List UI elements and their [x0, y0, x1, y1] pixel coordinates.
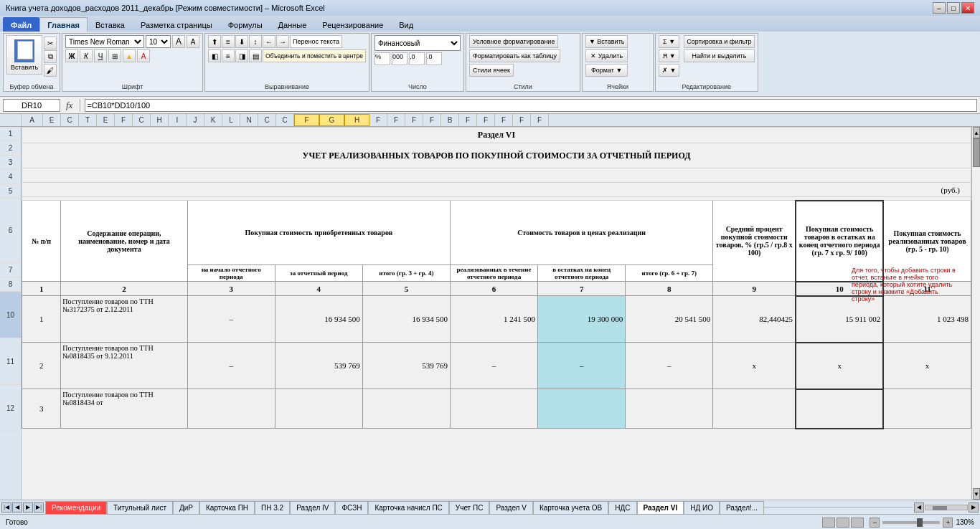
close-btn[interactable]: ✕	[961, 2, 974, 14]
cell-11-col4[interactable]: 539 769	[275, 343, 362, 389]
scroll-thumb[interactable]	[973, 138, 980, 167]
tab-insert[interactable]: Вставка	[88, 17, 133, 32]
tab-home[interactable]: Главная	[39, 17, 88, 32]
col-highlight3[interactable]: H	[344, 114, 369, 126]
cell-10-col8[interactable]: 20 541 500	[626, 296, 713, 343]
decrease-decimal-btn[interactable]: .0	[426, 52, 442, 65]
col-I[interactable]: I	[169, 114, 187, 126]
h-scrollbar[interactable]	[925, 505, 968, 510]
thousands-btn[interactable]: 000	[392, 52, 407, 65]
col-extra3[interactable]: F	[405, 114, 423, 126]
col-K[interactable]: K	[204, 114, 222, 126]
col-extra9[interactable]: F	[513, 114, 531, 126]
tab-view[interactable]: Вид	[391, 17, 421, 32]
col-A[interactable]: A	[22, 114, 43, 126]
col-C2[interactable]: C	[133, 114, 151, 126]
cell-12-col4[interactable]	[275, 389, 362, 429]
decrease-font-btn[interactable]: A	[187, 35, 199, 48]
col-extra6[interactable]: F	[459, 114, 477, 126]
col-C4[interactable]: C	[276, 114, 294, 126]
col-extra8[interactable]: F	[495, 114, 513, 126]
maximize-btn[interactable]: □	[947, 2, 960, 14]
align-middle-btn[interactable]: ≡	[222, 35, 235, 48]
cell-10-col4[interactable]: 16 934 500	[275, 296, 362, 343]
align-right-btn[interactable]: ◨	[235, 49, 248, 62]
col-highlight2[interactable]: G	[319, 114, 344, 126]
cell-11-col11[interactable]: x	[883, 343, 971, 389]
merge-center-button[interactable]: Объединить и поместить в центре	[263, 49, 366, 62]
row-5[interactable]: 5	[0, 184, 21, 199]
tab-last-btn[interactable]: ▶|	[34, 502, 44, 513]
cell-11-col10[interactable]: x	[796, 343, 883, 389]
fill-btn[interactable]: Я ▼	[659, 49, 679, 62]
increase-decimal-btn[interactable]: ,0	[409, 52, 425, 65]
format-painter-button[interactable]: 🖌	[44, 64, 57, 77]
tab-section-more[interactable]: Раздел!...	[720, 501, 764, 514]
zoom-slider[interactable]	[882, 521, 940, 524]
cell-12-col9[interactable]	[713, 389, 796, 429]
row-3[interactable]: 3	[0, 156, 21, 170]
col-extra10[interactable]: F	[531, 114, 549, 126]
clear-btn[interactable]: ✗ ▼	[659, 64, 679, 77]
col-highlight1[interactable]: F	[294, 114, 319, 126]
align-top-btn[interactable]: ⬆	[208, 35, 221, 48]
tab-nds[interactable]: НДС	[608, 501, 636, 514]
cell-12-col7[interactable]	[538, 389, 626, 429]
tab-title-sheet[interactable]: Титульный лист	[107, 501, 173, 514]
zoom-level[interactable]: 130%	[956, 518, 974, 526]
col-J[interactable]: J	[187, 114, 204, 126]
h-scroll-left[interactable]: ◀	[914, 502, 924, 513]
percent-btn[interactable]: %	[374, 52, 390, 65]
page-layout-btn[interactable]	[837, 518, 849, 528]
increase-font-btn[interactable]: A	[172, 35, 185, 48]
indent-btn[interactable]: ←	[263, 35, 275, 48]
col-extra7[interactable]: F	[477, 114, 495, 126]
tab-card-ps[interactable]: Карточка начисл ПС	[368, 501, 448, 514]
tab-nd-io[interactable]: НД ИО	[684, 501, 720, 514]
zoom-out-btn[interactable]: –	[870, 518, 880, 528]
find-select-btn[interactable]: Найти и выделить	[684, 49, 754, 62]
formula-input[interactable]	[85, 99, 977, 112]
tab-pn32[interactable]: ПН 3.2	[255, 501, 290, 514]
row-8[interactable]: 8	[0, 277, 21, 292]
tab-card-ov[interactable]: Карточка учета ОВ	[533, 501, 608, 514]
bold-button[interactable]: Ж	[65, 49, 78, 62]
tab-section6[interactable]: Раздел VI	[637, 501, 684, 514]
autosum-btn[interactable]: Σ ▼	[659, 35, 679, 48]
cell-12-col8[interactable]	[626, 389, 713, 429]
col-extra5[interactable]: B	[441, 114, 459, 126]
underline-button[interactable]: Ч	[94, 49, 107, 62]
format-cells-btn[interactable]: Формат ▼	[585, 64, 628, 77]
cell-11-col9[interactable]: x	[713, 343, 796, 389]
cell-11-col8[interactable]: –	[626, 343, 713, 389]
tab-first-btn[interactable]: |◀	[1, 502, 11, 513]
col-E2[interactable]: E	[97, 114, 115, 126]
vertical-scrollbar[interactable]: ▲ ▼	[971, 127, 980, 500]
cell-11-col6[interactable]: –	[450, 343, 537, 389]
col-extra1[interactable]: F	[369, 114, 387, 126]
col-extra2[interactable]: F	[387, 114, 405, 126]
font-name-select[interactable]: Times New Roman	[65, 35, 144, 48]
outdent-btn[interactable]: →	[276, 35, 289, 48]
tab-fszn[interactable]: ФСЗН	[335, 501, 368, 514]
cell-10-content[interactable]: Поступление товаров по ТТН №3172375 от 2…	[61, 296, 187, 343]
col-C[interactable]: C	[61, 114, 79, 126]
insert-cells-btn[interactable]: ▼ Вставить	[585, 35, 628, 48]
cell-10-col6[interactable]: 1 241 500	[450, 296, 537, 343]
page-break-btn[interactable]	[851, 518, 864, 528]
font-color-button[interactable]: А	[137, 49, 150, 62]
row-1[interactable]: 1	[0, 127, 21, 141]
fill-color-button[interactable]: ▲	[123, 49, 136, 62]
col-F[interactable]: F	[115, 114, 133, 126]
tab-section4[interactable]: Раздел IV	[290, 501, 335, 514]
currency-note[interactable]: (руб.)	[22, 183, 971, 197]
zoom-in-btn[interactable]: +	[943, 518, 953, 528]
tab-prev-btn[interactable]: ◀	[12, 502, 22, 513]
tab-review[interactable]: Рецензирование	[314, 17, 391, 32]
row-11[interactable]: 11	[0, 338, 21, 385]
col-N[interactable]: N	[240, 114, 258, 126]
normal-view-btn[interactable]	[822, 518, 835, 528]
minimize-btn[interactable]: –	[933, 2, 946, 14]
align-left-btn[interactable]: ◧	[208, 49, 221, 62]
cell-12-num[interactable]: 3	[22, 389, 61, 429]
